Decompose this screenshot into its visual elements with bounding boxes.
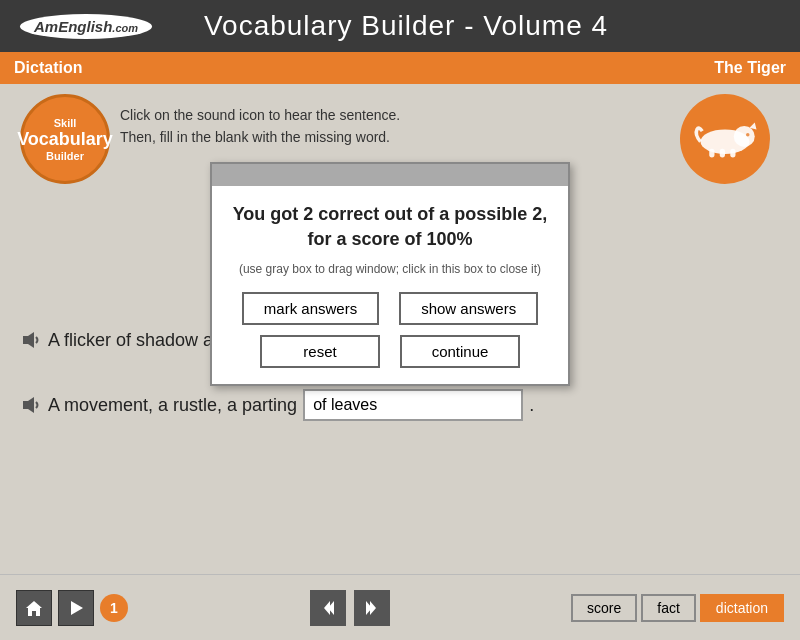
modal-drag-header[interactable] bbox=[212, 164, 568, 186]
skill-bottom-label: Builder bbox=[46, 150, 84, 162]
header: AmEnglish.com Vocabulary Builder - Volum… bbox=[0, 0, 800, 52]
show-answers-button[interactable]: show answers bbox=[399, 292, 538, 325]
tiger-icon bbox=[680, 94, 770, 184]
sentence-2-prefix: A movement, a rustle, a parting bbox=[48, 395, 297, 416]
dictation-button[interactable]: dictation bbox=[700, 594, 784, 622]
home-button[interactable] bbox=[16, 590, 52, 626]
svg-marker-9 bbox=[26, 601, 42, 616]
bottom-center bbox=[310, 590, 390, 626]
play-button[interactable] bbox=[58, 590, 94, 626]
logo-oval: AmEnglish.com bbox=[20, 14, 152, 39]
bottom-bar: 1 score fact dictation bbox=[0, 574, 800, 640]
skill-main-label: Vocabulary bbox=[17, 129, 113, 150]
svg-marker-10 bbox=[71, 601, 83, 615]
header-title: Vocabulary Builder - Volume 4 bbox=[204, 10, 608, 42]
svg-marker-7 bbox=[23, 332, 34, 348]
svg-marker-8 bbox=[23, 397, 34, 413]
logo-area: AmEnglish.com bbox=[20, 14, 152, 39]
continue-button[interactable]: continue bbox=[400, 335, 520, 368]
mark-answers-button[interactable]: mark answers bbox=[242, 292, 379, 325]
modal-buttons: mark answers show answers reset continue bbox=[232, 292, 548, 368]
modal-score-text: You got 2 correct out of a possible 2,fo… bbox=[232, 202, 548, 252]
modal-btn-row-2: reset continue bbox=[260, 335, 520, 368]
svg-rect-3 bbox=[720, 149, 725, 158]
svg-point-1 bbox=[734, 126, 755, 147]
svg-point-6 bbox=[746, 133, 750, 137]
main-content: Skill Vocabulary Builder Click on the so… bbox=[0, 84, 800, 574]
sound-icon-1[interactable] bbox=[20, 329, 42, 351]
bottom-right: score fact dictation bbox=[571, 594, 784, 622]
orange-bar: Dictation The Tiger bbox=[0, 52, 800, 84]
logo-text: AmEnglish.com bbox=[34, 18, 138, 35]
modal-hint-text: (use gray box to drag window; click in t… bbox=[232, 262, 548, 276]
orange-bar-dictation-label: Dictation bbox=[14, 59, 82, 77]
svg-rect-2 bbox=[709, 149, 714, 158]
skill-badge: Skill Vocabulary Builder bbox=[20, 94, 110, 184]
skill-top-label: Skill bbox=[54, 117, 77, 129]
tiger-svg bbox=[690, 114, 760, 164]
reset-button[interactable]: reset bbox=[260, 335, 380, 368]
sentence-row-2: A movement, a rustle, a parting . bbox=[20, 389, 534, 421]
sentence-2-input[interactable] bbox=[303, 389, 523, 421]
sentence-2-suffix: . bbox=[529, 395, 534, 416]
instruction-line1: Click on the sound icon to hear the sent… bbox=[120, 104, 400, 126]
score-modal[interactable]: You got 2 correct out of a possible 2,fo… bbox=[210, 162, 570, 386]
modal-body: You got 2 correct out of a possible 2,fo… bbox=[212, 186, 568, 384]
skill-circle: Skill Vocabulary Builder bbox=[20, 94, 110, 184]
sound-icon-2[interactable] bbox=[20, 394, 42, 416]
page-number-badge: 1 bbox=[100, 594, 128, 622]
next-arrow-button[interactable] bbox=[354, 590, 390, 626]
score-button[interactable]: score bbox=[571, 594, 637, 622]
instructions: Click on the sound icon to hear the sent… bbox=[120, 104, 400, 149]
bottom-left: 1 bbox=[16, 590, 128, 626]
prev-arrow-button[interactable] bbox=[310, 590, 346, 626]
modal-btn-row-1: mark answers show answers bbox=[242, 292, 538, 325]
instruction-line2: Then, fill in the blank with the missing… bbox=[120, 126, 400, 148]
orange-bar-topic-label: The Tiger bbox=[714, 59, 786, 77]
svg-rect-4 bbox=[730, 149, 735, 158]
fact-button[interactable]: fact bbox=[641, 594, 696, 622]
